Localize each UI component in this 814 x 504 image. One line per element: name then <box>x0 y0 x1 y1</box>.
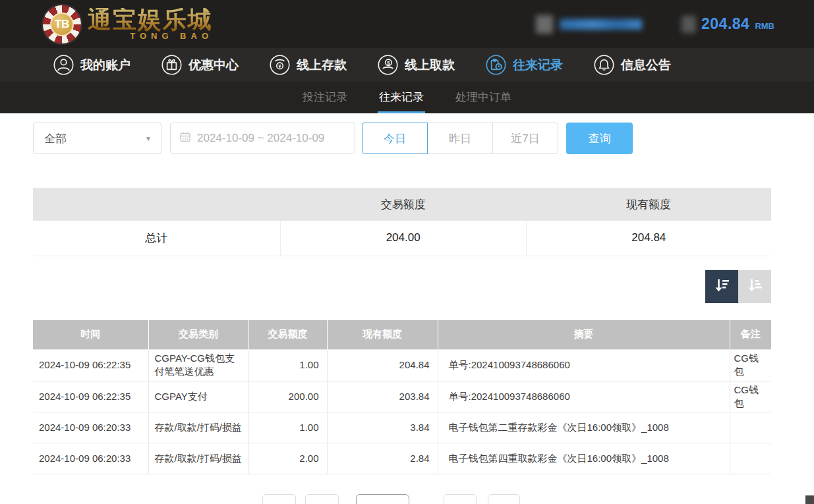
cell-type: 存款/取款/打码/损益 <box>148 443 248 474</box>
nav-item-online-withdrawal[interactable]: $ 线上取款 <box>377 54 455 76</box>
nav-item-online-deposit[interactable]: ¥ 线上存款 <box>269 54 347 76</box>
username-blurred <box>560 19 642 30</box>
pagination-prev-button[interactable] <box>305 494 339 504</box>
cell-summary: 电子钱包第二重存款彩金《次日16:00领取》_1008 <box>438 412 730 443</box>
top-header: TB 通宝娱乐城 TONG BAO 204.84 RMB <box>0 0 814 48</box>
balance-currency: RMB <box>755 21 774 31</box>
cell-type: CGPAY支付 <box>148 381 248 412</box>
summary-header-blank <box>33 188 280 221</box>
cell-summary: 电子钱包第四重取款彩金《次日16:00领取》_1008 <box>438 443 730 474</box>
chevron-down-icon: ▼ <box>145 135 152 142</box>
range-yesterday-button[interactable]: 昨日 <box>427 123 493 154</box>
nav-label: 往来记录 <box>513 57 563 74</box>
corner-widget[interactable] <box>805 495 814 504</box>
summary-total-row: 总计 204.00 204.84 <box>33 221 771 256</box>
table-row: 2024-10-09 06:22:35 CGPAY支付 200.00 203.8… <box>33 381 771 412</box>
cell-type: CGPAY-CG钱包支付笔笔送优惠 <box>148 350 248 381</box>
cell-transaction-amount: 1.00 <box>248 412 327 443</box>
tab-betting-records[interactable]: 投注记录 <box>301 82 349 113</box>
site-subtitle: TONG BAO <box>130 31 213 41</box>
col-summary: 摘要 <box>438 320 730 350</box>
cell-summary: 单号:202410093748686060 <box>438 350 730 381</box>
cell-current-amount: 2.84 <box>327 443 438 474</box>
sort-descending-button[interactable] <box>705 270 738 303</box>
cell-note <box>730 443 771 474</box>
pagination <box>0 494 814 504</box>
summary-header-current-amount: 现有额度 <box>526 188 771 221</box>
range-today-button[interactable]: 今日 <box>362 123 428 154</box>
username-redacted[interactable] <box>536 15 642 34</box>
summary-header-transaction-amount: 交易额度 <box>280 188 526 221</box>
nav-item-announcements[interactable]: 信息公告 <box>593 54 671 76</box>
user-icon <box>53 54 74 76</box>
sort-ascending-icon <box>745 276 764 297</box>
date-range-input[interactable]: 2024-10-09 ~ 2024-10-09 <box>170 123 355 154</box>
range-last7days-button[interactable]: 近7日 <box>492 123 558 154</box>
quick-range-group: 今日 昨日 近7日 <box>362 123 558 154</box>
sort-ascending-button[interactable] <box>738 270 771 303</box>
filter-row: 全部 ▼ 2024-10-09 ~ 2024-10-09 今日 昨日 近7日 查… <box>33 123 814 154</box>
nav-label: 信息公告 <box>621 57 671 74</box>
cell-type: 存款/取款/打码/损益 <box>148 412 248 443</box>
pagination-last-button[interactable] <box>488 494 520 504</box>
col-transaction-amount: 交易额度 <box>248 320 327 350</box>
nav-item-promotions[interactable]: 优惠中心 <box>161 54 239 76</box>
cell-note <box>730 412 771 443</box>
site-logo[interactable]: TB 通宝娱乐城 TONG BAO <box>43 5 213 43</box>
type-select-value: 全部 <box>44 131 67 146</box>
cell-note: CG钱包 <box>730 381 771 412</box>
tab-processing-orders[interactable]: 处理中订单 <box>454 82 513 113</box>
cell-time: 2024-10-09 06:20:33 <box>33 412 148 443</box>
cell-current-amount: 203.84 <box>327 381 438 412</box>
pagination-next-button[interactable] <box>444 494 477 504</box>
deposit-icon: ¥ <box>269 54 291 76</box>
record-subnav: 投注记录 往来记录 处理中订单 <box>0 82 814 113</box>
pagination-first-button[interactable] <box>262 494 296 504</box>
balance-amount: 204.84 <box>701 15 749 33</box>
summary-transaction-amount: 204.00 <box>280 221 526 256</box>
cell-time: 2024-10-09 06:20:33 <box>33 443 148 474</box>
user-avatar-icon <box>536 15 553 34</box>
summary-table: 交易额度 现有额度 总计 204.00 204.84 <box>33 188 771 256</box>
sort-controls <box>33 270 771 303</box>
nav-label: 优惠中心 <box>189 57 239 74</box>
summary-current-amount: 204.84 <box>526 221 771 256</box>
col-type: 交易类别 <box>148 320 248 350</box>
calendar-icon <box>179 131 191 146</box>
chip-monogram: TB <box>50 13 74 36</box>
cell-time: 2024-10-09 06:22:35 <box>33 381 148 412</box>
cell-note: CG钱包 <box>730 350 771 381</box>
sort-descending-icon <box>712 276 731 297</box>
svg-text:¥: ¥ <box>278 63 281 69</box>
cell-current-amount: 3.84 <box>327 412 438 443</box>
wallet-balance[interactable]: 204.84 RMB <box>682 15 774 33</box>
nav-item-my-account[interactable]: 我的账户 <box>53 54 131 76</box>
date-range-value: 2024-10-09 ~ 2024-10-09 <box>197 132 324 145</box>
cell-summary: 单号:202410093748686060 <box>438 381 730 412</box>
type-select[interactable]: 全部 ▼ <box>33 123 161 154</box>
records-table: 时间 交易类别 交易额度 现有额度 摘要 备注 2024-10-09 06:22… <box>33 320 771 475</box>
nav-label: 线上存款 <box>297 57 347 74</box>
gift-icon <box>161 54 183 76</box>
table-row: 2024-10-09 06:22:35 CGPAY-CG钱包支付笔笔送优惠 1.… <box>33 350 771 381</box>
search-button[interactable]: 查询 <box>566 123 633 154</box>
cell-transaction-amount: 200.00 <box>248 381 327 412</box>
summary-header-row: 交易额度 现有额度 <box>33 188 771 221</box>
tab-transaction-records[interactable]: 往来记录 <box>378 82 425 113</box>
pagination-page-select[interactable] <box>356 494 409 504</box>
poker-chip-icon: TB <box>43 5 81 43</box>
withdraw-icon: $ <box>377 54 399 76</box>
records-header-row: 时间 交易类别 交易额度 现有额度 摘要 备注 <box>33 320 771 350</box>
page: TB 通宝娱乐城 TONG BAO 204.84 RMB <box>0 0 814 504</box>
col-current-amount: 现有额度 <box>327 320 438 350</box>
summary-total-label: 总计 <box>33 221 280 256</box>
col-time: 时间 <box>33 320 148 350</box>
site-title: 通宝娱乐城 <box>88 8 213 32</box>
bell-icon <box>593 54 615 76</box>
cell-transaction-amount: 2.00 <box>248 443 327 474</box>
main-nav: 我的账户 优惠中心 ¥ <box>0 48 814 82</box>
nav-label: 线上取款 <box>405 57 455 74</box>
table-row: 2024-10-09 06:20:33 存款/取款/打码/损益 1.00 3.8… <box>33 412 771 443</box>
nav-item-transaction-records[interactable]: 往来记录 <box>485 54 563 76</box>
table-row: 2024-10-09 06:20:33 存款/取款/打码/损益 2.00 2.8… <box>33 443 771 474</box>
